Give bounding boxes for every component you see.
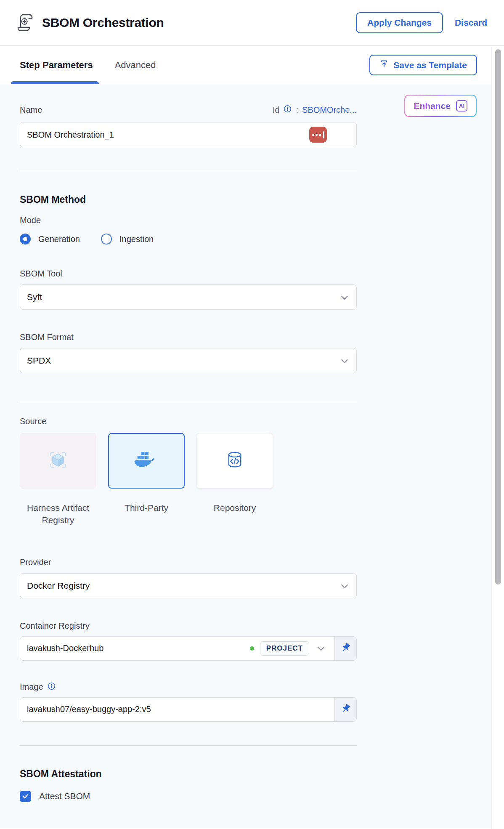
- chevron-down-icon: [341, 581, 348, 591]
- ai-badge: AI: [456, 100, 467, 112]
- attest-sbom-row[interactable]: Attest SBOM: [20, 791, 357, 802]
- radio-ingestion-label: Ingestion: [119, 234, 154, 244]
- tab-bar: Step Parameters Advanced Save as Templat…: [0, 46, 504, 84]
- tab-step-parameters[interactable]: Step Parameters: [20, 46, 93, 84]
- repository-database-icon: [225, 450, 245, 472]
- enhance-ai-button[interactable]: Enhance AI: [404, 95, 477, 117]
- chevron-down-icon: [341, 292, 348, 302]
- vertical-scrollbar-thumb[interactable]: [495, 49, 501, 585]
- id-label: Id: [273, 105, 280, 115]
- step-parameters-panel: Enhance AI Name Id : SBOMOrche...: [0, 84, 491, 828]
- image-info-icon[interactable]: [47, 682, 56, 692]
- source-option-third-party: Third-Party: [108, 433, 185, 526]
- step-id-group: Id : SBOMOrche...: [273, 104, 357, 115]
- title-group: SBOM Orchestration: [15, 12, 356, 33]
- container-registry-value: lavakush-Dockerhub: [27, 643, 244, 653]
- sbom-method-heading: SBOM Method: [20, 194, 357, 205]
- discard-button[interactable]: Discard: [455, 18, 487, 28]
- sbom-tool-value: Syft: [27, 292, 42, 302]
- id-info-icon[interactable]: [283, 104, 292, 115]
- image-label-row: Image: [20, 682, 357, 692]
- container-registry-field: lavakush-Dockerhub PROJECT: [20, 636, 357, 661]
- pushpin-icon: [341, 643, 351, 654]
- connector-status-dot: [250, 646, 254, 651]
- image-pin-button[interactable]: [334, 698, 356, 721]
- save-as-template-button[interactable]: Save as Template: [369, 55, 477, 75]
- image-input[interactable]: [27, 704, 327, 714]
- provider-value: Docker Registry: [27, 581, 90, 591]
- upload-template-icon: [379, 59, 389, 71]
- attest-sbom-checkbox[interactable]: [20, 791, 31, 802]
- mode-label: Mode: [20, 215, 357, 225]
- radio-generation-label: Generation: [38, 234, 80, 244]
- step-id-value[interactable]: SBOMOrche...: [302, 105, 357, 115]
- source-card-label: Repository: [214, 502, 256, 514]
- vertical-scrollbar-track[interactable]: [491, 47, 504, 829]
- source-option-har: Harness Artifact Registry: [20, 433, 96, 526]
- sbom-tool-label: SBOM Tool: [20, 269, 357, 279]
- container-registry-pin-button[interactable]: [334, 637, 356, 660]
- source-label: Source: [20, 417, 357, 426]
- source-card-repository[interactable]: [196, 433, 273, 489]
- chevron-down-icon: [341, 356, 348, 366]
- divider: [20, 745, 357, 746]
- radio-ingestion-control[interactable]: [101, 234, 112, 244]
- artifact-registry-cube-icon: [47, 449, 69, 473]
- step-form: Name Id : SBOMOrche...: [20, 104, 357, 802]
- name-label: Name: [20, 105, 42, 115]
- source-option-repository: Repository: [196, 433, 273, 526]
- name-input[interactable]: [27, 130, 309, 140]
- sbom-format-value: SPDX: [27, 356, 51, 366]
- sbom-scroll-plus-icon: [15, 12, 34, 33]
- source-card-harness-artifact-registry[interactable]: [20, 433, 96, 489]
- source-card-group: Harness Artifact Registry: [20, 433, 357, 526]
- docker-whale-icon: [133, 450, 159, 472]
- scope-badge: PROJECT: [260, 641, 309, 656]
- mode-radio-group: Generation Ingestion: [20, 234, 357, 244]
- enhance-label: Enhance: [414, 101, 451, 111]
- source-card-label: Harness Artifact Registry: [20, 502, 96, 526]
- save-as-template-label: Save as Template: [393, 60, 467, 70]
- tab-advanced-label: Advanced: [115, 60, 156, 71]
- id-colon: :: [296, 105, 298, 115]
- attest-sbom-label: Attest SBOM: [39, 791, 90, 801]
- apply-changes-button[interactable]: Apply Changes: [356, 12, 443, 33]
- page-title: SBOM Orchestration: [42, 16, 164, 30]
- tab-step-parameters-label: Step Parameters: [20, 60, 93, 71]
- container-registry-label: Container Registry: [20, 621, 357, 631]
- sbom-format-select[interactable]: SPDX: [20, 348, 357, 373]
- sbom-format-label: SBOM Format: [20, 332, 357, 342]
- radio-ingestion[interactable]: Ingestion: [101, 234, 154, 244]
- checkmark-icon: [22, 793, 29, 800]
- container-registry-select[interactable]: lavakush-Dockerhub PROJECT: [20, 637, 334, 660]
- divider: [20, 402, 357, 402]
- name-label-row: Name Id : SBOMOrche...: [20, 104, 357, 115]
- tab-advanced[interactable]: Advanced: [115, 46, 156, 84]
- runtime-input-red-icon[interactable]: [309, 127, 327, 143]
- radio-generation-control[interactable]: [20, 234, 31, 244]
- source-card-third-party[interactable]: [108, 433, 185, 489]
- image-label: Image: [20, 682, 43, 692]
- sbom-tool-select[interactable]: Syft: [20, 284, 357, 310]
- name-input-wrap: [20, 122, 357, 147]
- source-card-label: Third-Party: [125, 502, 168, 514]
- provider-select[interactable]: Docker Registry: [20, 573, 357, 598]
- chevron-down-icon[interactable]: [318, 643, 324, 653]
- active-tab-indicator: [11, 81, 99, 84]
- step-config-header: SBOM Orchestration Apply Changes Discard: [0, 0, 504, 46]
- provider-label: Provider: [20, 558, 357, 567]
- image-field: [20, 697, 357, 722]
- divider: [20, 171, 357, 171]
- radio-generation[interactable]: Generation: [20, 234, 80, 244]
- pushpin-icon: [341, 704, 351, 715]
- sbom-attestation-heading: SBOM Attestation: [20, 768, 357, 780]
